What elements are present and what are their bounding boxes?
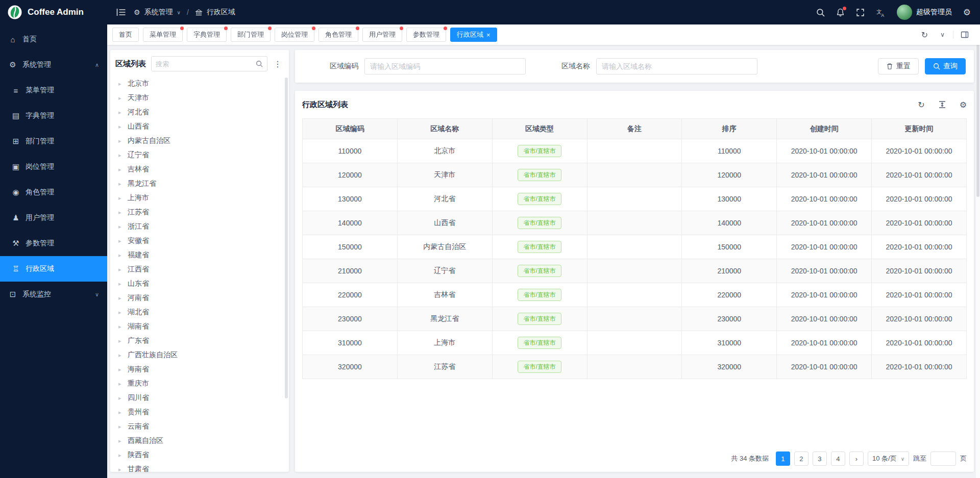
- tree-item[interactable]: ▸ 山西省: [115, 119, 283, 134]
- page-button[interactable]: 2: [794, 451, 808, 466]
- sidebar-subitem[interactable]: ▤ 字典管理: [0, 103, 107, 129]
- expand-arrow-icon[interactable]: ▸: [118, 252, 124, 259]
- sidebar-subitem[interactable]: ♟ 用户管理: [0, 205, 107, 231]
- tab-close-icon[interactable]: ×: [486, 32, 491, 38]
- tree-item[interactable]: ▸ 安徽省: [115, 234, 283, 248]
- page-size-select[interactable]: 10 条/页 ∨: [868, 451, 909, 466]
- refresh-icon[interactable]: ↻: [915, 30, 934, 40]
- jump-page-input[interactable]: [930, 451, 956, 466]
- expand-arrow-icon[interactable]: ▸: [118, 95, 124, 102]
- app-logo[interactable]: Coffee Admin: [0, 0, 107, 24]
- expand-arrow-icon[interactable]: ▸: [118, 238, 124, 244]
- tab[interactable]: 行政区域 ×: [450, 28, 497, 42]
- search-icon[interactable]: [252, 57, 267, 71]
- tree-item[interactable]: ▸ 上海市: [115, 191, 283, 205]
- expand-arrow-icon[interactable]: ▸: [118, 366, 124, 373]
- table-row[interactable]: 150000 内蒙古自治区 省市/直辖市 150000 2020-10-01 0…: [303, 235, 967, 259]
- tab[interactable]: 岗位管理 ×: [275, 28, 314, 42]
- expand-arrow-icon[interactable]: ▸: [118, 352, 124, 359]
- region-name-input[interactable]: [596, 58, 757, 74]
- table-row[interactable]: 310000 上海市 省市/直辖市 310000 2020-10-01 00:0…: [303, 331, 967, 355]
- expand-arrow-icon[interactable]: ▸: [118, 81, 124, 87]
- column-header[interactable]: 区域名称: [397, 119, 492, 139]
- tree-item[interactable]: ▸ 湖北省: [115, 305, 283, 319]
- tree-item[interactable]: ▸ 浙江省: [115, 219, 283, 234]
- page-button[interactable]: 3: [813, 451, 827, 466]
- expand-arrow-icon[interactable]: ▸: [118, 395, 124, 401]
- reset-button[interactable]: 重置: [878, 58, 919, 74]
- tree-item[interactable]: ▸ 北京市: [115, 77, 283, 91]
- tree-item[interactable]: ▸ 贵州省: [115, 405, 283, 419]
- expand-arrow-icon[interactable]: ▸: [118, 423, 124, 430]
- sidebar-subitem[interactable]: ≡ 菜单管理: [0, 78, 107, 103]
- page-scrollbar[interactable]: [976, 24, 980, 478]
- settings-gear-icon[interactable]: ⚙: [963, 7, 971, 18]
- expand-arrow-icon[interactable]: ▸: [118, 438, 124, 444]
- tree-item[interactable]: ▸ 吉林省: [115, 162, 283, 177]
- breadcrumb-section[interactable]: 系统管理: [144, 8, 173, 17]
- expand-arrow-icon[interactable]: ▸: [118, 123, 124, 130]
- tab[interactable]: 角色管理 ×: [318, 28, 358, 42]
- expand-arrow-icon[interactable]: ▸: [118, 381, 124, 387]
- region-code-input[interactable]: [364, 58, 526, 74]
- tree-item[interactable]: ▸ 云南省: [115, 419, 283, 434]
- column-header[interactable]: 创建时间: [777, 119, 872, 139]
- gear-icon[interactable]: ⚙: [960, 100, 967, 110]
- expand-arrow-icon[interactable]: ▸: [118, 181, 124, 187]
- column-header[interactable]: 区域编码: [303, 119, 398, 139]
- sidebar-group-monitor[interactable]: ⊡ 系统监控 ∨: [0, 282, 107, 307]
- expand-arrow-icon[interactable]: ▸: [118, 295, 124, 301]
- expand-arrow-icon[interactable]: ▸: [118, 409, 124, 416]
- tree-scrollbar-thumb[interactable]: [285, 78, 288, 398]
- sidebar-subitem[interactable]: ▣ 岗位管理: [0, 154, 107, 180]
- search-button[interactable]: 查询: [925, 58, 966, 74]
- expand-arrow-icon[interactable]: ▸: [118, 138, 124, 144]
- tree-item[interactable]: ▸ 江西省: [115, 262, 283, 276]
- table-row[interactable]: 140000 山西省 省市/直辖市 140000 2020-10-01 00:0…: [303, 211, 967, 235]
- table-row[interactable]: 110000 北京市 省市/直辖市 110000 2020-10-01 00:0…: [303, 139, 967, 163]
- page-button[interactable]: 1: [776, 451, 790, 466]
- page-button[interactable]: 4: [831, 451, 845, 466]
- table-row[interactable]: 220000 吉林省 省市/直辖市 220000 2020-10-01 00:0…: [303, 283, 967, 307]
- tab[interactable]: 字典管理 ×: [187, 28, 227, 42]
- column-header[interactable]: 备注: [587, 119, 682, 139]
- column-header[interactable]: 排序: [682, 119, 777, 139]
- sidebar-subitem[interactable]: ♖ 行政区域: [0, 256, 107, 282]
- tab[interactable]: 部门管理 ×: [231, 28, 271, 42]
- tab[interactable]: 用户管理 ×: [362, 28, 402, 42]
- refresh-icon[interactable]: ↻: [918, 100, 924, 110]
- tree-item[interactable]: ▸ 内蒙古自治区: [115, 134, 283, 148]
- tree-search-input[interactable]: [152, 57, 252, 71]
- sidebar-subitem[interactable]: ⊞ 部门管理: [0, 129, 107, 154]
- tree-item[interactable]: ▸ 山东省: [115, 276, 283, 291]
- sidebar-group-system[interactable]: ⚙ 系统管理 ∧: [0, 52, 107, 78]
- search-icon[interactable]: [816, 8, 825, 17]
- tree-item[interactable]: ▸ 江苏省: [115, 205, 283, 219]
- column-header[interactable]: 更新时间: [872, 119, 967, 139]
- tree-item[interactable]: ▸ 陕西省: [115, 448, 283, 462]
- expand-arrow-icon[interactable]: ▸: [118, 266, 124, 273]
- tree-item[interactable]: ▸ 河北省: [115, 105, 283, 119]
- tree-item[interactable]: ▸ 湖南省: [115, 319, 283, 334]
- tree-item[interactable]: ▸ 福建省: [115, 248, 283, 262]
- tab[interactable]: 首页 ×: [112, 28, 139, 42]
- table-row[interactable]: 120000 天津市 省市/直辖市 120000 2020-10-01 00:0…: [303, 163, 967, 187]
- tree-item[interactable]: ▸ 西藏自治区: [115, 434, 283, 448]
- tree-item[interactable]: ▸ 广东省: [115, 334, 283, 348]
- expand-arrow-icon[interactable]: ▸: [118, 281, 124, 287]
- avatar[interactable]: [897, 5, 912, 20]
- expand-arrow-icon[interactable]: ▸: [118, 452, 124, 459]
- expand-arrow-icon[interactable]: ▸: [118, 323, 124, 330]
- tab[interactable]: 菜单管理 ×: [143, 28, 183, 42]
- next-page-button[interactable]: ›: [849, 451, 864, 466]
- tree-item[interactable]: ▸ 辽宁省: [115, 148, 283, 162]
- sidebar-subitem[interactable]: ◉ 角色管理: [0, 180, 107, 205]
- expand-arrow-icon[interactable]: ▸: [118, 466, 124, 472]
- sidebar-subitem[interactable]: ⚒ 参数管理: [0, 231, 107, 256]
- expand-arrow-icon[interactable]: ▸: [118, 223, 124, 230]
- table-row[interactable]: 230000 黑龙江省 省市/直辖市 230000 2020-10-01 00:…: [303, 307, 967, 331]
- column-header[interactable]: 区域类型: [492, 119, 587, 139]
- sidebar-item-home[interactable]: ⌂ 首页: [0, 27, 107, 52]
- expand-arrow-icon[interactable]: ▸: [118, 195, 124, 202]
- expand-arrow-icon[interactable]: ▸: [118, 338, 124, 344]
